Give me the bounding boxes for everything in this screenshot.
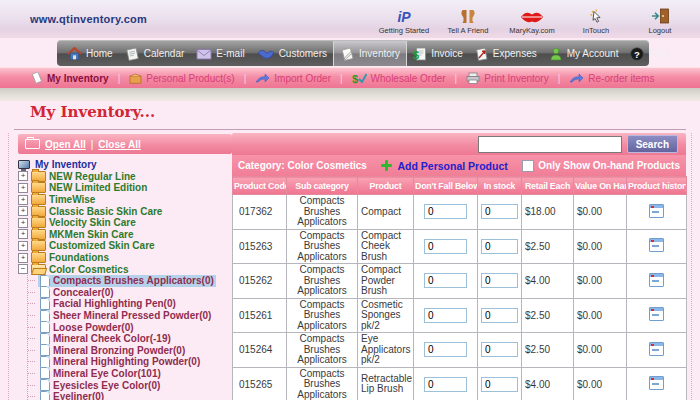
nav-tab-expenses[interactable]: Expenses (469, 41, 543, 66)
nav-tab-label: E-mail (216, 48, 244, 59)
dont-fall-below-input[interactable] (424, 308, 467, 323)
expand-plus-icon[interactable]: + (18, 171, 28, 181)
dont-fall-below-input[interactable] (424, 204, 467, 219)
nav-tab-calendar[interactable]: Calendar (119, 41, 191, 66)
column-header-product-history: Product history (627, 177, 687, 195)
subnav-item-print-inventory[interactable]: Print Inventory (466, 72, 548, 84)
on-hand-filter[interactable]: Only Show On-hand Products (522, 160, 680, 172)
tree-category-new-regular-line[interactable]: +NEW Regular Line (18, 171, 232, 183)
main-navbar: HomeCalendarE-mailCustomersInventory$Inv… (57, 40, 649, 66)
tree-item-mineral-cheek-color-19[interactable]: Mineral Cheek Color(-19) (28, 333, 232, 345)
tree-item-facial-highlighting-pen-0[interactable]: Facial Highlighting Pen(0) (28, 298, 232, 310)
value-on-hand-cell: $0.00 (574, 229, 627, 264)
product-history-icon[interactable] (649, 204, 664, 218)
page-icon (40, 333, 50, 345)
subnav-separator: | (455, 73, 458, 84)
in-stock-input[interactable] (481, 204, 518, 219)
nav-tab-label: Invoice (431, 48, 463, 59)
dont-fall-below-input[interactable] (424, 377, 467, 392)
header-link-tell-a-friend[interactable]: Tell A Friend (436, 3, 500, 35)
tree-category-color-cosmetics[interactable]: −Color Cosmetics (18, 263, 232, 275)
tree-item-loose-powder-0[interactable]: Loose Powder(0) (28, 321, 232, 333)
search-input[interactable] (478, 136, 622, 153)
header-links: iPGetting StartedTell A FriendMaryKay.co… (372, 3, 692, 35)
expand-plus-icon[interactable]: + (18, 206, 28, 216)
tree-item-eyeliner-0[interactable]: Eyeliner(0) (28, 391, 232, 400)
tree-category-new-limited-edition[interactable]: +NEW Limited Edition (18, 182, 232, 194)
expand-plus-icon[interactable]: + (18, 195, 28, 205)
product-history-icon[interactable] (649, 307, 664, 321)
tree-category-classic-basic-skin-care[interactable]: +Classic Basic Skin Care (18, 205, 232, 217)
subnav-item-personal-product-s[interactable]: Personal Product(s) (129, 73, 234, 84)
product-history-icon[interactable] (649, 342, 664, 356)
page-icon (40, 321, 50, 333)
sub-category-cell: Compacts Brushes Applicators (287, 229, 358, 264)
product-history-icon[interactable] (649, 238, 664, 252)
nav-tab-customers[interactable]: Customers (251, 41, 333, 66)
header-link-marykay-com[interactable]: MaryKay.com (500, 3, 564, 35)
subnav-item-label: Wholesale Order (371, 73, 446, 84)
add-personal-product-link[interactable]: Add Personal Product (367, 160, 522, 172)
subnav-item-import-order[interactable]: Import Order (255, 73, 331, 84)
page-icon (40, 356, 50, 368)
product-history-icon[interactable] (649, 376, 664, 390)
expand-plus-icon[interactable]: + (18, 183, 28, 193)
nav-tab-label: Home (86, 48, 113, 59)
in-stock-input[interactable] (481, 377, 518, 392)
nav-tab-faq[interactable]: ?FAQ (624, 41, 674, 66)
tree-item-mineral-bronzing-powder-0[interactable]: Mineral Bronzing Powder(0) (28, 345, 232, 357)
expand-plus-icon[interactable]: + (18, 229, 28, 239)
tree-item-eyesicles-eye-color-0[interactable]: Eyesicles Eye Color(0) (28, 379, 232, 391)
in-stock-input[interactable] (481, 273, 518, 288)
expand-plus-icon[interactable]: + (18, 218, 28, 228)
subnav-item-wholesale-order[interactable]: $Wholesale Order (352, 72, 446, 84)
tree-item-compacts-brushes-applicators-0[interactable]: Compacts Brushes Applicators(0) (28, 275, 232, 287)
category-bar: Category: Color Cosmetics Add Personal P… (232, 155, 686, 176)
nav-tab-my-account[interactable]: My Account (543, 41, 625, 66)
on-hand-filter-checkbox[interactable] (522, 160, 534, 172)
tree-item-sheer-mineral-pressed-powder-0[interactable]: Sheer Mineral Pressed Powder(0) (28, 310, 232, 322)
tree-category-velocity-skin-care[interactable]: +Velocity Skin Care (18, 217, 232, 229)
in-stock-input[interactable] (481, 308, 518, 323)
nav-tab-home[interactable]: Home (61, 41, 119, 66)
dont-fall-below-input[interactable] (424, 239, 467, 254)
tree-root-my-inventory[interactable]: My Inventory (18, 159, 232, 171)
expand-plus-icon[interactable]: + (18, 241, 28, 251)
tree-item-mineral-highlighting-powder-0[interactable]: Mineral Highlighting Powder(0) (28, 356, 232, 368)
table-row: 015264Compacts Brushes ApplicatorsEye Ap… (233, 333, 687, 368)
search-button[interactable]: Search (627, 135, 678, 153)
sub-category-cell: Compacts Brushes Applicators (287, 333, 358, 368)
in-stock-input[interactable] (481, 239, 518, 254)
expand-plus-icon[interactable]: + (18, 253, 28, 263)
import-arrow-icon (255, 73, 270, 84)
tree-category-customized-skin-care[interactable]: +Customized Skin Care (18, 240, 232, 252)
tree-item-label: Concealer(0) (53, 287, 114, 298)
nav-tab-invoice[interactable]: $Invoice (407, 41, 469, 66)
header-link-intouch[interactable]: InTouch (564, 3, 628, 35)
header-link-getting-started[interactable]: iPGetting Started (372, 3, 436, 35)
open-all-link[interactable]: Open All (45, 139, 86, 150)
column-header-in-stock: In stock (478, 177, 522, 195)
subnav-item-re-order-items[interactable]: Re-order items (569, 73, 654, 84)
dont-fall-below-input[interactable] (424, 342, 467, 357)
subnav-item-my-inventory[interactable]: My Inventory (30, 72, 109, 84)
tree-category-timewise[interactable]: +TimeWise (18, 194, 232, 206)
page-icon (40, 286, 50, 298)
dont-fall-below-input[interactable] (424, 273, 467, 288)
close-all-link[interactable]: Close All (98, 139, 140, 150)
page-icon (40, 367, 50, 379)
tree-item-mineral-eye-color-101[interactable]: Mineral Eye Color(101) (28, 368, 232, 380)
subnav-separator: | (118, 73, 121, 84)
header-link-logout[interactable]: Logout (628, 3, 692, 35)
expand-minus-icon[interactable]: − (18, 264, 28, 274)
column-header-sub-category: Sub category (287, 177, 358, 195)
tree-category-foundations[interactable]: +Foundations (18, 252, 232, 264)
product-history-icon[interactable] (649, 273, 664, 287)
in-stock-input[interactable] (481, 342, 518, 357)
tree-category-mkmen-skin-care[interactable]: +MKMen Skin Care (18, 229, 232, 241)
tree-item-concealer-0[interactable]: Concealer(0) (28, 287, 232, 299)
value-on-hand-cell: $0.00 (574, 298, 627, 333)
nav-tab-inventory[interactable]: Inventory (333, 41, 407, 66)
nav-tab-e-mail[interactable]: E-mail (190, 41, 250, 66)
column-header-value-on-hand: Value On Hand (574, 177, 627, 195)
